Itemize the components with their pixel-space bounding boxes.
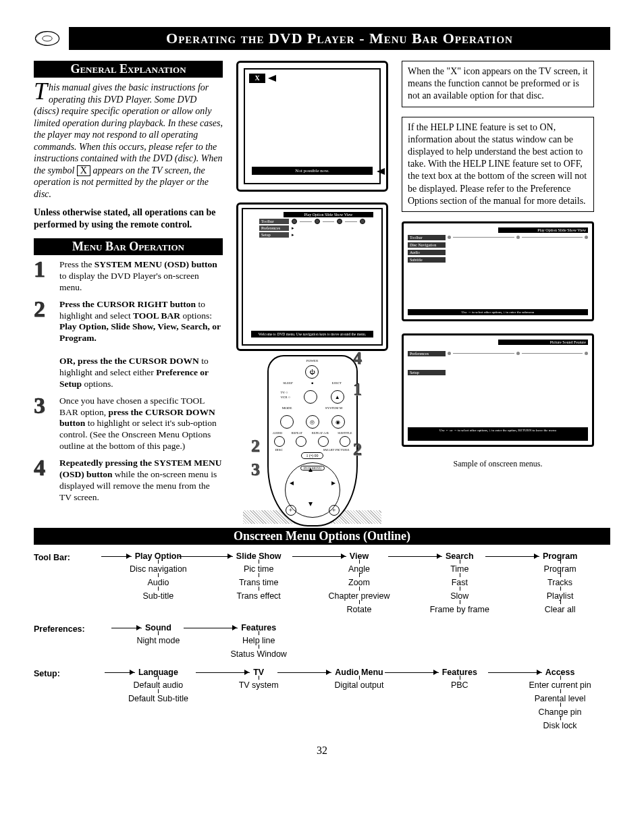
outline-item: Rotate [309,603,410,616]
outline-group: Play OptionDisc navigationAudioSub-title [108,551,209,616]
outline-item: Default Sub-title [108,692,209,705]
outline-group [409,623,510,661]
step-number: 2 [34,299,54,390]
sample-menu-2: Picture Sound Feature Preferences Setup … [402,333,594,447]
menubar-header: Menu Bar Operation [34,238,223,255]
outline-row-label: Preferences: [34,623,108,634]
callout-4: 4 [353,348,368,366]
outline-item: TV system [209,678,309,692]
sample-caption: Sample of onscreen menus. [402,459,594,469]
remote-diagram: POWER ⏻ SLEEP ■ EJECT TV ○VCR ○ ▲ MODE S… [236,355,388,524]
step-text: Once you have chosen a specific TOOL BAR… [59,396,223,452]
outline-item: Digital output [309,678,410,692]
outline-row: Preferences:SoundNight modeFeaturesHelp … [34,623,610,661]
outline-item: Status Window [209,647,309,661]
steps-list: 1Press the SYSTEM MENU (OSD) button to d… [34,259,223,504]
screen-x-diagram: X Not possible now. [236,61,388,192]
page-number: 32 [34,745,610,757]
outline-item: Trans effect [209,589,309,603]
power-button[interactable]: ⏻ [305,365,319,379]
step-number: 3 [34,396,54,452]
outline-group: FeaturesHelp lineStatus Window [209,623,309,661]
status-bar: Not possible now. [252,167,373,175]
step: 2Press the CURSOR RIGHT button to highli… [34,299,223,390]
step-number: 1 [34,259,54,294]
system-menu-button[interactable]: ◉ [331,415,345,429]
step-number: 4 [34,458,54,504]
outline-row: Setup:LanguageDefault audioDefault Sub-t… [34,668,610,732]
callout-2b: 2 [251,436,266,454]
outline-header: Onscreen Menu Options (Outline) [34,528,610,545]
x-explanation-box: When the "X" icon appears on the TV scre… [402,61,594,107]
outline-group: AccessEnter current pinParental levelCha… [510,668,610,732]
outline-item: Sub-title [108,589,209,603]
outline-item: Frame by frame [409,603,510,616]
dropcap: T [34,82,49,101]
outline-group [510,623,610,661]
callout-1: 1 [353,379,368,397]
arrow-icon [377,168,385,175]
outline-item: Clear all [510,603,610,616]
sample-menu-1: Play Option Slide Show View Toolbar Disc… [402,221,594,321]
outline-group: ProgramProgramTracksPlaylistClear all [510,551,610,616]
step-text: Press the CURSOR RIGHT button to highlig… [59,299,223,390]
outline-group: Slide ShowPic timeTrans timeTrans effect [209,551,309,616]
outline-group: FeaturesPBC [409,668,510,732]
outline-group [309,623,410,661]
outline-table: Tool Bar:Play OptionDisc navigationAudio… [34,551,610,732]
outline-item: Night mode [108,634,209,647]
outline-group: Audio MenuDigital output [309,668,410,732]
outline-group: ViewAngleZoomChapter previewRotate [309,551,410,616]
outline-row-label: Tool Bar: [34,551,108,562]
general-header: General Explanation [34,61,223,78]
x-icon: X [249,74,265,83]
outline-group: SoundNight mode [108,623,209,661]
arrow-icon [268,75,276,82]
callout-2: 2 [353,439,368,457]
outline-item: PBC [409,678,510,692]
svg-point-0 [35,32,59,46]
title-bar: Operating the DVD Player - Menu Bar Oper… [34,27,610,50]
page-title: Operating the DVD Player - Menu Bar Oper… [69,27,610,50]
svg-point-1 [43,36,52,41]
center-button[interactable]: ◎ [306,415,319,429]
intro-paragraph: T his manual gives the basic instruction… [34,82,223,200]
outline-row-label: Setup: [34,668,108,678]
step-text: Repeatedly pressing the SYSTEM MENU (OSD… [59,458,223,504]
bold-note: Unless otherwise stated, all operations … [34,207,223,230]
outline-item: Disk lock [510,719,610,732]
toolbar-menu-diagram: Play Option Slide Show View Toolbar Pref… [236,202,388,351]
outline-row: Tool Bar:Play OptionDisc navigationAudio… [34,551,610,616]
outline-group: LanguageDefault audioDefault Sub-title [108,668,209,732]
eject-button[interactable]: ▲ [331,390,344,404]
sleep-button[interactable] [304,390,317,404]
step: 4Repeatedly pressing the SYSTEM MENU (OS… [34,458,223,504]
disc-icon [34,29,61,48]
menu-tabs: Play Option Slide Show View [284,212,373,217]
menu-help-line: Welcome to DVD menu. Use navigation keys… [251,331,373,338]
step: 1Press the SYSTEM MENU (OSD) button to d… [34,259,223,294]
dpad[interactable]: DVD MENU ◂ ▸ ▴ ▾ + + [285,462,340,518]
outline-group: TVTV system [209,668,309,732]
outline-group: SearchTimeFastSlowFrame by frame [409,551,510,616]
helpline-box: If the HELP LINE feature is set to ON, i… [402,117,594,212]
mode-button[interactable] [280,415,294,429]
x-symbol: X [77,165,90,176]
step: 3Once you have chosen a specific TOOL BA… [34,396,223,452]
callout-3: 3 [251,460,266,477]
step-text: Press the SYSTEM MENU (OSD) button to di… [59,259,223,294]
